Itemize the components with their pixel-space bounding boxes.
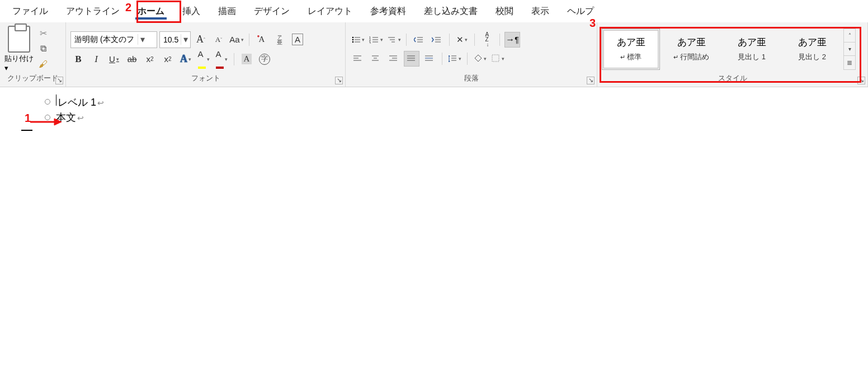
tab-layout[interactable]: レイアウト [299, 2, 361, 21]
tab-insert[interactable]: 挿入 [173, 2, 209, 21]
font-launcher[interactable]: ↘ [335, 77, 343, 84]
bullets-button[interactable] [350, 32, 366, 48]
outline-marker-icon [45, 115, 50, 120]
paste-icon[interactable] [8, 26, 30, 53]
text-direction-button[interactable]: ✕ [454, 32, 470, 48]
tab-design[interactable]: デザイン [245, 2, 299, 21]
font-name-value: 游明朝 (本文のフ [71, 35, 138, 45]
borders-button[interactable] [490, 51, 506, 67]
group-styles: あア亜 ↵ 標準 あア亜 ↵ 行間詰め あア亜 見出し 1 あア亜 [597, 22, 868, 87]
group-title-styles: スタイル [602, 72, 863, 86]
tab-home[interactable]: ホーム [129, 2, 173, 21]
highlight-button[interactable]: A [196, 51, 211, 67]
tab-references[interactable]: 参考資料 [361, 2, 415, 21]
increase-font-button[interactable]: Aˆ [193, 32, 209, 48]
justify-button[interactable] [404, 51, 419, 67]
end-of-document-mark [21, 130, 32, 131]
sort-button[interactable]: AZ [479, 32, 495, 48]
distribute-button[interactable] [422, 51, 437, 67]
superscript-button[interactable]: x2 [160, 51, 176, 67]
style-no-spacing[interactable]: あア亜 ↵ 行間詰め [662, 29, 720, 70]
align-center-button[interactable] [368, 51, 384, 67]
group-paragraph: 123 ✕ AZ →¶ [346, 22, 597, 87]
style-heading2[interactable]: あア亜 見出し 2 [783, 29, 841, 70]
group-font: 游明朝 (本文のフ ▾ 10.5 ▾ Aˆ Aˇ Aa A ア亜 A [66, 22, 346, 87]
cut-button[interactable]: ✂ [37, 27, 49, 39]
copy-button[interactable]: ⧉ [37, 42, 49, 55]
svg-point-1 [352, 39, 353, 40]
font-size-value: 10.5 [160, 35, 181, 44]
tab-draw[interactable]: 描画 [209, 2, 245, 21]
change-case-button[interactable]: Aa [229, 32, 244, 48]
enclose-characters-button[interactable]: 字 [257, 51, 272, 67]
svg-point-2 [352, 41, 353, 42]
group-title-paragraph: 段落 [350, 72, 592, 86]
decrease-indent-button[interactable] [411, 32, 427, 48]
italic-button[interactable]: I [88, 51, 104, 67]
tab-help[interactable]: ヘルプ [558, 2, 603, 21]
style-heading1[interactable]: あア亜 見出し 1 [723, 29, 781, 70]
svg-point-0 [352, 36, 353, 38]
outline-marker-icon [45, 99, 50, 105]
styles-gallery: あア亜 ↵ 標準 あア亜 ↵ 行間詰め あア亜 見出し 1 あア亜 [602, 29, 841, 70]
chevron-down-icon[interactable]: ▾ [4, 64, 8, 72]
multilevel-list-button[interactable] [386, 32, 402, 48]
tab-file[interactable]: ファイル [3, 2, 57, 21]
line-spacing-button[interactable] [447, 51, 463, 67]
document-area[interactable]: レベル 1↩ 本文↩ [0, 87, 868, 138]
group-clipboard: 貼り付け▾ ✂ ⧉ 🖌 クリップボード ↘ [0, 22, 66, 87]
tab-outline[interactable]: アウトライン [57, 2, 129, 21]
underline-button[interactable]: U [106, 51, 122, 67]
text-effects-button[interactable]: A [178, 51, 194, 67]
show-marks-button[interactable]: →¶ [504, 32, 520, 48]
tab-view[interactable]: 表示 [522, 2, 558, 21]
styles-scroll-down[interactable]: ▾ [844, 42, 855, 56]
clear-formatting-button[interactable]: A [254, 32, 270, 48]
format-painter-button[interactable]: 🖌 [37, 58, 49, 70]
tab-mailings[interactable]: 差し込み文書 [415, 2, 487, 21]
paragraph-launcher[interactable]: ↘ [587, 77, 595, 84]
bold-button[interactable]: B [70, 51, 86, 67]
outline-line-1[interactable]: レベル 1↩ [56, 94, 104, 109]
svg-text:3: 3 [369, 41, 371, 44]
font-color-button[interactable]: A [214, 51, 229, 67]
style-normal[interactable]: あア亜 ↵ 標準 [602, 29, 660, 70]
tab-review[interactable]: 校閲 [487, 2, 522, 21]
scissors-icon: ✂ [40, 28, 47, 39]
align-right-button[interactable] [386, 51, 402, 67]
chevron-down-icon[interactable]: ▾ [138, 34, 148, 45]
font-name-combo[interactable]: 游明朝 (本文のフ ▾ [70, 31, 157, 48]
brush-icon: 🖌 [39, 59, 48, 69]
ribbon-tabs: ファイル アウトライン ホーム 挿入 描画 デザイン レイアウト 参考資料 差し… [0, 0, 868, 22]
styles-scroll: ˄ ▾ ≣ [843, 29, 856, 70]
styles-launcher[interactable]: ↘ [857, 77, 865, 84]
numbering-button[interactable]: 123 [368, 32, 384, 48]
copy-icon: ⧉ [40, 44, 46, 54]
font-size-combo[interactable]: 10.5 ▾ [159, 31, 191, 48]
svg-rect-40 [492, 55, 499, 62]
decrease-font-button[interactable]: Aˇ [211, 32, 227, 48]
strikethrough-button[interactable]: ab [124, 51, 140, 67]
styles-more-button[interactable]: ≣ [844, 56, 855, 69]
group-title-clipboard: クリップボード [4, 72, 61, 86]
shading-button[interactable] [472, 51, 488, 67]
styles-scroll-up[interactable]: ˄ [844, 29, 855, 42]
group-title-font: フォント [70, 72, 341, 86]
chevron-down-icon[interactable]: ▾ [181, 34, 190, 45]
paste-button[interactable]: 貼り付け▾ [4, 54, 34, 72]
outline-line-2[interactable]: 本文↩ [56, 111, 84, 124]
character-border-button[interactable]: A [290, 32, 305, 48]
phonetic-guide-button[interactable]: ア亜 [272, 32, 287, 48]
ribbon: 貼り付け▾ ✂ ⧉ 🖌 クリップボード ↘ 游明朝 (本文のフ [0, 22, 868, 87]
clipboard-launcher[interactable]: ↘ [55, 77, 63, 84]
align-left-button[interactable] [350, 51, 366, 67]
character-shading-button[interactable]: A [239, 51, 254, 67]
increase-indent-button[interactable] [429, 32, 445, 48]
subscript-button[interactable]: x2 [142, 51, 158, 67]
